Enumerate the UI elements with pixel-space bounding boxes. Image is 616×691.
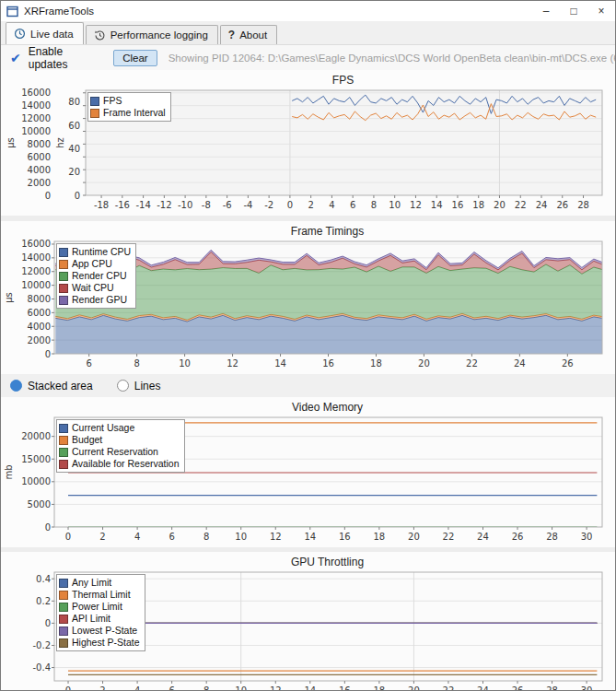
svg-text:-4: -4 — [243, 200, 252, 210]
svg-text:16: 16 — [339, 685, 351, 691]
svg-text:hz: hz — [55, 137, 65, 148]
svg-text:6: 6 — [169, 532, 174, 542]
gpu-throttling-chart-panel: GPU Throttling 0246810121416182022242628… — [1, 552, 615, 691]
tab-bar: Live data Performance logging ? About — [1, 21, 615, 45]
tab-performance-logging[interactable]: Performance logging — [86, 25, 218, 44]
svg-text:18: 18 — [472, 200, 484, 210]
svg-text:24: 24 — [514, 358, 526, 369]
svg-text:10: 10 — [235, 532, 247, 542]
svg-text:-10: -10 — [178, 200, 192, 210]
svg-text:22: 22 — [443, 532, 455, 542]
svg-text:22: 22 — [515, 200, 527, 210]
svg-text:8: 8 — [371, 200, 377, 210]
svg-text:2000: 2000 — [28, 178, 51, 188]
svg-text:12000: 12000 — [21, 266, 51, 276]
svg-text:20: 20 — [408, 532, 420, 542]
svg-text:6000: 6000 — [28, 308, 51, 318]
svg-text:26: 26 — [562, 358, 574, 369]
enable-updates-label[interactable]: Enable updates — [29, 45, 100, 71]
video-memory-chart-panel: Video Memory 024681012141618202224262830… — [1, 397, 615, 547]
radio-lines[interactable]: Lines — [117, 380, 161, 392]
svg-text:0: 0 — [45, 522, 51, 533]
svg-text:-0.2: -0.2 — [32, 640, 51, 650]
chart-title-video-memory: Video Memory — [1, 397, 615, 414]
titlebar: XRFrameTools – □ × — [1, 1, 615, 21]
fps-chart-panel: FPS -18-16-14-12-10-8-6-4-20246810121416… — [1, 70, 615, 216]
chart-title-frame-timings: Frame Timings — [1, 221, 615, 238]
video-memory-legend: Current UsageBudgetCurrent ReservationAv… — [56, 419, 185, 473]
minimize-button[interactable]: – — [532, 1, 560, 21]
fps-legend: FPSFrame Interval — [87, 92, 171, 122]
svg-text:mb: mb — [4, 464, 14, 479]
svg-text:18: 18 — [374, 685, 386, 691]
frame-timings-chart-panel: Frame Timings 68101214161820222426020004… — [1, 221, 615, 374]
svg-text:12000: 12000 — [21, 113, 51, 123]
checkmark-icon[interactable]: ✔ — [10, 51, 21, 65]
svg-text:26: 26 — [512, 685, 524, 691]
svg-text:14: 14 — [304, 532, 316, 542]
svg-text:28: 28 — [577, 200, 589, 210]
radio-stacked-area[interactable]: Stacked area — [10, 380, 93, 392]
tab-about-label: About — [239, 29, 267, 41]
clear-button[interactable]: Clear — [113, 50, 157, 66]
svg-text:0.2: 0.2 — [36, 596, 51, 606]
svg-text:15000: 15000 — [21, 454, 51, 464]
question-icon: ? — [228, 29, 235, 41]
svg-text:20: 20 — [408, 685, 420, 691]
close-button[interactable]: × — [587, 1, 615, 21]
chart-title-gpu-throttling: GPU Throttling — [1, 552, 615, 568]
svg-text:30: 30 — [581, 685, 593, 691]
chart-title-fps: FPS — [1, 70, 615, 87]
svg-text:8: 8 — [203, 532, 209, 542]
svg-text:2: 2 — [308, 200, 313, 210]
svg-text:0: 0 — [65, 532, 71, 542]
svg-text:8000: 8000 — [28, 139, 51, 149]
svg-text:28: 28 — [546, 532, 558, 542]
svg-text:5000: 5000 — [28, 499, 51, 509]
svg-text:16: 16 — [339, 532, 351, 542]
radio-lines-label: Lines — [134, 380, 161, 392]
svg-text:0: 0 — [45, 349, 51, 359]
svg-text:6: 6 — [86, 358, 91, 369]
svg-text:60: 60 — [68, 121, 80, 131]
svg-text:0: 0 — [45, 191, 51, 201]
tab-about[interactable]: ? About — [220, 25, 277, 44]
window-controls: – □ × — [532, 1, 615, 21]
svg-text:14000: 14000 — [21, 252, 51, 263]
svg-text:40: 40 — [68, 144, 80, 154]
svg-text:16000: 16000 — [21, 239, 51, 249]
svg-text:12: 12 — [270, 685, 282, 691]
svg-text:6: 6 — [169, 685, 174, 691]
svg-text:24: 24 — [477, 532, 489, 542]
svg-text:10000: 10000 — [21, 126, 51, 136]
history-icon — [94, 29, 106, 41]
clock-icon — [14, 28, 26, 40]
svg-text:10: 10 — [389, 200, 401, 210]
svg-text:-0.4: -0.4 — [32, 662, 51, 673]
svg-text:16000: 16000 — [21, 88, 51, 98]
frame-timings-legend: Runtime CPUApp CPURender CPUWait CPURend… — [56, 243, 136, 309]
tab-live-data-label: Live data — [30, 29, 74, 40]
svg-text:6000: 6000 — [28, 152, 51, 162]
gpu-throttling-legend: Any LimitThermal LimitPower LimitAPI Lim… — [56, 574, 145, 651]
svg-text:4000: 4000 — [28, 322, 51, 332]
tab-live-data[interactable]: Live data — [6, 22, 84, 44]
app-icon — [6, 6, 18, 18]
svg-text:8: 8 — [134, 358, 139, 369]
svg-text:8: 8 — [203, 685, 209, 691]
maximize-button[interactable]: □ — [560, 1, 587, 21]
svg-text:0: 0 — [287, 200, 293, 210]
svg-text:18: 18 — [374, 532, 386, 542]
svg-text:0: 0 — [45, 618, 51, 628]
tab-performance-logging-label: Performance logging — [110, 29, 208, 41]
radio-stacked-area-label: Stacked area — [28, 380, 93, 392]
svg-text:4000: 4000 — [28, 165, 51, 175]
app-window: XRFrameTools – □ × Live data Performance… — [0, 0, 616, 691]
svg-text:2: 2 — [99, 532, 105, 542]
svg-text:16: 16 — [452, 200, 464, 210]
svg-text:0: 0 — [65, 685, 71, 691]
svg-text:-12: -12 — [157, 200, 171, 210]
radio-selected-icon — [10, 380, 22, 392]
svg-text:20: 20 — [494, 200, 506, 210]
svg-text:10: 10 — [235, 685, 247, 691]
